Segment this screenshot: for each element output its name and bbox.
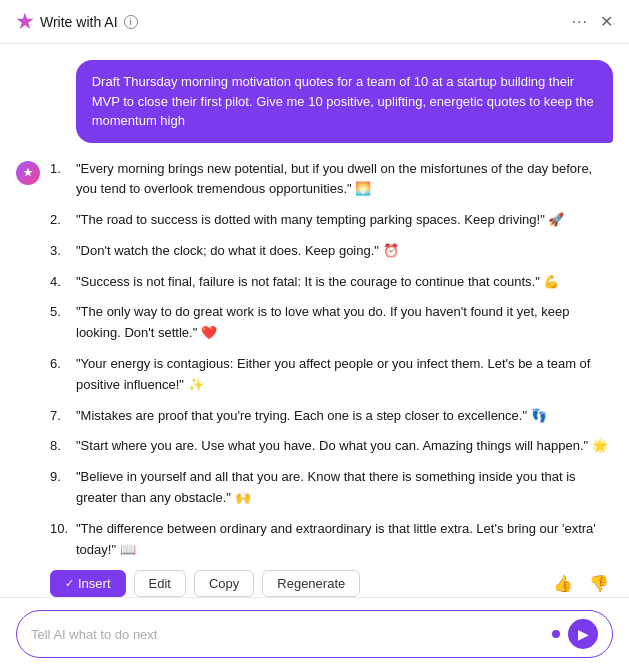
ai-response: 1."Every morning brings new potential, b… <box>16 159 613 598</box>
quote-text: "Your energy is contagious: Either you a… <box>76 354 613 396</box>
insert-button[interactable]: ✓ Insert <box>50 570 126 597</box>
insert-label: Insert <box>78 576 111 591</box>
edit-label: Edit <box>149 576 171 591</box>
quotes-list: 1."Every morning brings new potential, b… <box>50 159 613 561</box>
list-item: 2."The road to success is dotted with ma… <box>50 210 613 231</box>
user-message-text: Draft Thursday morning motivation quotes… <box>92 74 594 128</box>
quote-text: "Don't watch the clock; do what it does.… <box>76 241 399 262</box>
quote-text: "The difference between ordinary and ext… <box>76 519 613 561</box>
list-num: 4. <box>50 272 70 293</box>
info-icon[interactable]: i <box>124 15 138 29</box>
list-item: 10."The difference between ordinary and … <box>50 519 613 561</box>
list-num: 6. <box>50 354 70 396</box>
send-icon: ▶ <box>578 627 589 641</box>
check-icon: ✓ <box>65 577 74 590</box>
copy-label: Copy <box>209 576 239 591</box>
list-item: 4."Success is not final, failure is not … <box>50 272 613 293</box>
list-item: 8."Start where you are. Use what you hav… <box>50 436 613 457</box>
regenerate-button[interactable]: Regenerate <box>262 570 360 597</box>
close-icon[interactable]: ✕ <box>600 12 613 31</box>
quote-text: "The road to success is dotted with many… <box>76 210 564 231</box>
quote-text: "Start where you are. Use what you have.… <box>76 436 608 457</box>
list-num: 9. <box>50 467 70 509</box>
main-content: Draft Thursday morning motivation quotes… <box>0 44 629 597</box>
list-num: 2. <box>50 210 70 231</box>
thumbs-down-button[interactable]: 👎 <box>585 572 613 595</box>
feedback-icons: 👍 👎 <box>549 572 613 595</box>
list-item: 9."Believe in yourself and all that you … <box>50 467 613 509</box>
action-bar: ✓ Insert Edit Copy Regenerate 👍 👎 <box>50 570 613 597</box>
list-num: 3. <box>50 241 70 262</box>
ai-content: 1."Every morning brings new potential, b… <box>50 159 613 598</box>
ai-avatar-sparkle <box>23 168 33 178</box>
list-item: 7."Mistakes are proof that you're trying… <box>50 406 613 427</box>
thumbs-up-button[interactable]: 👍 <box>549 572 577 595</box>
input-area: ▶ <box>0 597 629 670</box>
list-num: 10. <box>50 519 70 561</box>
regenerate-label: Regenerate <box>277 576 345 591</box>
quote-text: "Success is not final, failure is not fa… <box>76 272 559 293</box>
header-actions: ··· ✕ <box>572 12 613 31</box>
list-item: 1."Every morning brings new potential, b… <box>50 159 613 201</box>
more-options-icon[interactable]: ··· <box>572 13 588 31</box>
list-num: 7. <box>50 406 70 427</box>
header-title: Write with AI <box>40 14 118 30</box>
send-button[interactable]: ▶ <box>568 619 598 649</box>
quote-text: "Mistakes are proof that you're trying. … <box>76 406 547 427</box>
list-num: 8. <box>50 436 70 457</box>
quote-text: "Every morning brings new potential, but… <box>76 159 613 201</box>
edit-button[interactable]: Edit <box>134 570 186 597</box>
copy-button[interactable]: Copy <box>194 570 254 597</box>
list-num: 5. <box>50 302 70 344</box>
list-item: 6."Your energy is contagious: Either you… <box>50 354 613 396</box>
quote-text: "Believe in yourself and all that you ar… <box>76 467 613 509</box>
user-message: Draft Thursday morning motivation quotes… <box>76 60 613 143</box>
input-dot-indicator <box>552 630 560 638</box>
list-item: 5."The only way to do great work is to l… <box>50 302 613 344</box>
list-item: 3."Don't watch the clock; do what it doe… <box>50 241 613 262</box>
ai-text-input[interactable] <box>31 627 544 642</box>
input-container: ▶ <box>16 610 613 658</box>
quote-text: "The only way to do great work is to lov… <box>76 302 613 344</box>
list-num: 1. <box>50 159 70 201</box>
sparkle-icon <box>16 13 34 31</box>
ai-avatar <box>16 161 40 185</box>
header: Write with AI i ··· ✕ <box>0 0 629 44</box>
header-left: Write with AI i <box>16 13 572 31</box>
